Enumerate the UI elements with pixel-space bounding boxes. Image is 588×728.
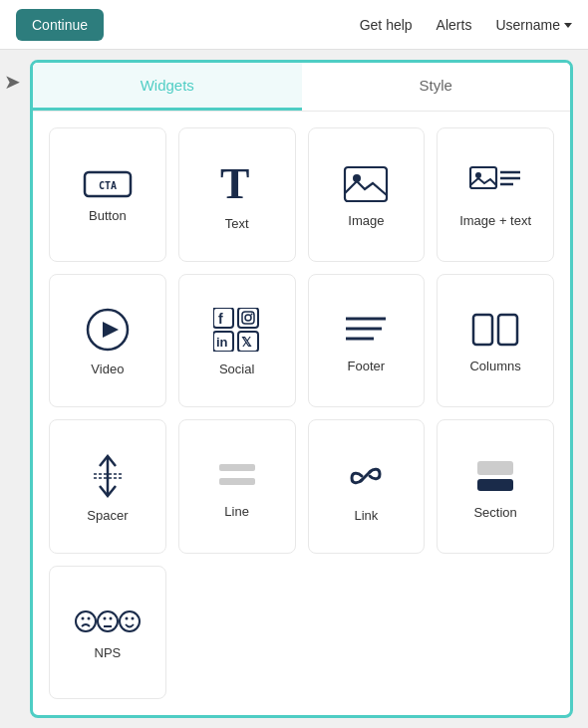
columns-label: Columns: [469, 359, 520, 373]
social-label: Social: [219, 362, 254, 376]
widget-image-text[interactable]: Image + text: [437, 127, 554, 262]
widget-video[interactable]: Video: [49, 274, 166, 408]
svg-text:CTA: CTA: [99, 180, 117, 191]
line-icon: [215, 458, 259, 494]
widget-social[interactable]: f in 𝕏 Social: [178, 274, 296, 408]
svg-marker-11: [103, 322, 119, 338]
widget-spacer[interactable]: Spacer: [49, 419, 166, 554]
link-icon: [344, 454, 388, 498]
widget-footer[interactable]: Footer: [308, 274, 426, 408]
svg-rect-34: [477, 479, 513, 491]
nps-icon: [75, 607, 141, 635]
video-icon: [86, 308, 130, 352]
svg-point-16: [245, 315, 251, 321]
get-help-link[interactable]: Get help: [360, 17, 413, 33]
video-label: Video: [91, 362, 124, 376]
svg-point-44: [131, 617, 134, 620]
alerts-link[interactable]: Alerts: [437, 17, 472, 33]
widgets-panel: Widgets Style CTA Button T: [30, 60, 573, 718]
svg-rect-25: [473, 315, 492, 345]
spacer-icon: [86, 454, 130, 498]
chevron-down-icon: [564, 23, 572, 28]
svg-point-37: [87, 617, 90, 620]
svg-point-40: [109, 617, 112, 620]
svg-rect-12: [213, 308, 233, 328]
widget-nps[interactable]: NPS: [49, 566, 166, 700]
svg-point-43: [125, 617, 128, 620]
line-label: Line: [224, 504, 249, 519]
widget-text[interactable]: T Text: [178, 127, 296, 262]
widget-section[interactable]: Section: [437, 419, 554, 554]
text-icon: T: [216, 162, 258, 206]
topbar-left: Continue: [16, 9, 104, 41]
svg-rect-30: [219, 464, 255, 471]
footer-label: Footer: [348, 359, 386, 373]
widget-link[interactable]: Link: [308, 419, 426, 554]
svg-rect-5: [470, 167, 496, 188]
widget-image[interactable]: Image: [308, 127, 426, 262]
columns-icon: [471, 311, 519, 349]
footer-icon: [344, 311, 388, 349]
button-label: Button: [89, 208, 127, 223]
image-label: Image: [348, 213, 384, 228]
svg-point-39: [103, 617, 106, 620]
tab-bar: Widgets Style: [33, 63, 570, 112]
link-label: Link: [354, 508, 378, 523]
image-text-icon: [469, 165, 521, 203]
image-icon: [343, 165, 389, 203]
svg-text:in: in: [216, 335, 228, 350]
button-icon: CTA: [83, 170, 133, 198]
widget-columns[interactable]: Columns: [437, 274, 554, 408]
social-icon: f in 𝕏: [213, 308, 261, 352]
topbar-right: Get help Alerts Username: [360, 17, 572, 33]
widget-line[interactable]: Line: [178, 419, 296, 554]
main-area: ➤ Widgets Style CTA Button: [0, 50, 588, 728]
svg-text:f: f: [218, 311, 223, 327]
tab-style[interactable]: Style: [302, 63, 571, 111]
username-menu[interactable]: Username: [495, 17, 572, 33]
widgets-grid: CTA Button T Text: [33, 112, 570, 715]
svg-text:𝕏: 𝕏: [241, 335, 252, 350]
section-icon: [473, 457, 517, 495]
svg-rect-31: [219, 478, 255, 485]
svg-point-17: [250, 314, 252, 316]
tab-widgets[interactable]: Widgets: [33, 63, 302, 111]
svg-point-42: [120, 611, 140, 631]
username-label: Username: [495, 17, 560, 33]
svg-text:T: T: [220, 162, 249, 206]
image-text-label: Image + text: [459, 213, 531, 228]
arrow-hint: ➤: [4, 70, 21, 94]
nps-label: NPS: [95, 645, 122, 660]
text-label: Text: [225, 216, 249, 231]
section-label: Section: [473, 505, 516, 520]
svg-point-38: [98, 611, 118, 631]
spacer-label: Spacer: [87, 508, 128, 523]
svg-rect-3: [345, 167, 387, 201]
topbar: Continue Get help Alerts Username: [0, 0, 588, 50]
widget-button[interactable]: CTA Button: [49, 127, 166, 262]
svg-point-35: [76, 611, 96, 631]
svg-rect-26: [498, 315, 517, 345]
continue-button[interactable]: Continue: [16, 9, 104, 41]
svg-rect-14: [238, 308, 258, 328]
svg-rect-33: [477, 461, 513, 475]
svg-point-36: [81, 617, 84, 620]
